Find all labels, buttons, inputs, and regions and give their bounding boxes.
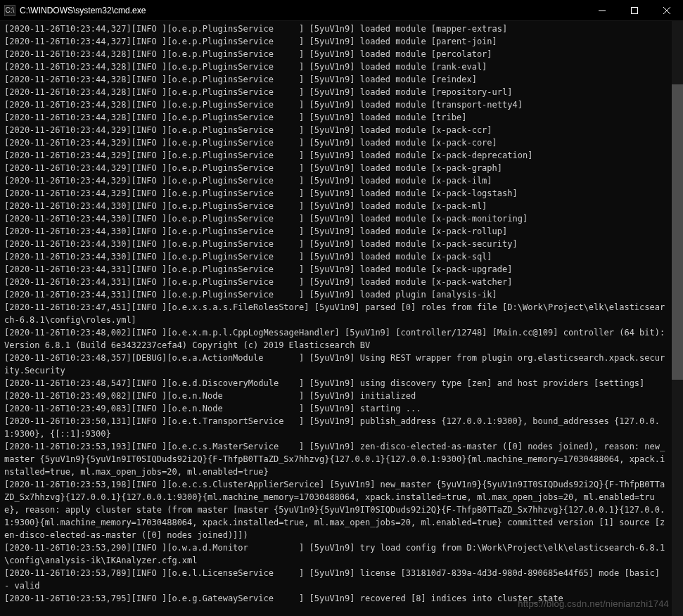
window-title: C:\WINDOWS\system32\cmd.exe	[20, 6, 586, 15]
log-line: [2020-11-26T10:23:44,328][INFO ][o.e.p.P…	[4, 111, 669, 124]
log-line: [2020-11-26T10:23:53,198][INFO ][o.e.c.s…	[4, 478, 669, 541]
log-line: [2020-11-26T10:23:44,330][INFO ][o.e.p.P…	[4, 225, 669, 238]
log-line: [2020-11-26T10:23:44,329][INFO ][o.e.p.P…	[4, 136, 669, 149]
log-line: [2020-11-26T10:23:53,290][INFO ][o.w.a.d…	[4, 541, 669, 567]
log-line: [2020-11-26T10:23:53,795][INFO ][o.e.g.G…	[4, 592, 669, 605]
log-line: [2020-11-26T10:23:44,328][INFO ][o.e.p.P…	[4, 60, 669, 73]
log-line: [2020-11-26T10:23:44,330][INFO ][o.e.p.P…	[4, 200, 669, 212]
terminal-area[interactable]: [2020-11-26T10:23:44,327][INFO ][o.e.p.P…	[0, 21, 683, 616]
log-line: [2020-11-26T10:23:50,131][INFO ][o.e.t.T…	[4, 415, 669, 440]
log-line: [2020-11-26T10:23:48,002][INFO ][o.e.x.m…	[4, 326, 669, 352]
log-line: [2020-11-26T10:23:44,327][INFO ][o.e.p.P…	[4, 35, 669, 48]
log-line: [2020-11-26T10:23:53,789][INFO ][o.e.l.L…	[4, 567, 669, 592]
log-line: [2020-11-26T10:23:44,328][INFO ][o.e.p.P…	[4, 48, 669, 60]
log-line: [2020-11-26T10:23:44,328][INFO ][o.e.p.P…	[4, 86, 669, 98]
cmd-icon: C:\	[4, 5, 15, 16]
log-line: [2020-11-26T10:23:44,329][INFO ][o.e.p.P…	[4, 187, 669, 200]
log-line: [2020-11-26T10:23:44,329][INFO ][o.e.p.P…	[4, 149, 669, 162]
window-controls	[586, 0, 683, 21]
log-line: [2020-11-26T10:23:47,451][INFO ][o.e.x.s…	[4, 301, 669, 326]
log-output: [2020-11-26T10:23:44,327][INFO ][o.e.p.P…	[0, 21, 672, 606]
log-line: [2020-11-26T10:23:53,193][INFO ][o.e.c.s…	[4, 440, 669, 478]
log-line: [2020-11-26T10:23:49,083][INFO ][o.e.n.N…	[4, 402, 669, 415]
minimize-button[interactable]	[586, 0, 618, 21]
log-line: [2020-11-26T10:23:44,331][INFO ][o.e.p.P…	[4, 288, 669, 301]
maximize-button[interactable]	[618, 0, 651, 21]
scrollbar-thumb[interactable]	[672, 84, 683, 380]
log-line: [2020-11-26T10:23:44,330][INFO ][o.e.p.P…	[4, 250, 669, 263]
svg-rect-1	[632, 7, 638, 13]
log-line: [2020-11-26T10:23:44,328][INFO ][o.e.p.P…	[4, 73, 669, 86]
log-line: [2020-11-26T10:23:44,330][INFO ][o.e.p.P…	[4, 212, 669, 225]
log-line: [2020-11-26T10:23:44,329][INFO ][o.e.p.P…	[4, 174, 669, 187]
close-button[interactable]	[651, 0, 683, 21]
log-line: [2020-11-26T10:23:44,331][INFO ][o.e.p.P…	[4, 276, 669, 288]
log-line: [2020-11-26T10:23:44,328][INFO ][o.e.p.P…	[4, 98, 669, 111]
log-line: [2020-11-26T10:23:44,329][INFO ][o.e.p.P…	[4, 162, 669, 174]
log-line: [2020-11-26T10:23:44,331][INFO ][o.e.p.P…	[4, 263, 669, 276]
window-titlebar: C:\ C:\WINDOWS\system32\cmd.exe	[0, 0, 683, 21]
vertical-scrollbar[interactable]	[672, 21, 683, 616]
log-line: [2020-11-26T10:23:44,329][INFO ][o.e.p.P…	[4, 124, 669, 136]
log-line: [2020-11-26T10:23:49,082][INFO ][o.e.n.N…	[4, 390, 669, 402]
log-line: [2020-11-26T10:23:48,547][INFO ][o.e.d.D…	[4, 377, 669, 390]
log-line: [2020-11-26T10:23:44,327][INFO ][o.e.p.P…	[4, 23, 669, 35]
log-line: [2020-11-26T10:23:44,330][INFO ][o.e.p.P…	[4, 238, 669, 250]
log-line: [2020-11-26T10:23:48,357][DEBUG][o.e.a.A…	[4, 352, 669, 377]
